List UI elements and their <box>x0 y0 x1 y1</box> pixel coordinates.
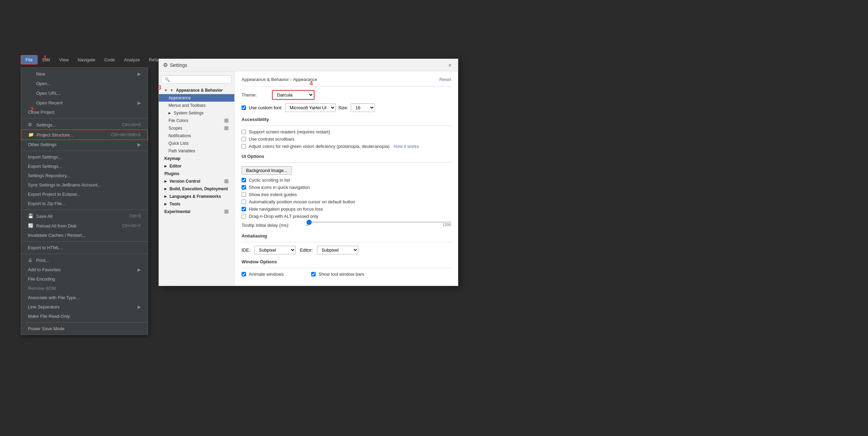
svg-rect-1 <box>224 126 228 130</box>
open-recent-icon <box>28 100 33 105</box>
contrast-scrollbars-label: Use contrast scrollbars <box>249 136 294 142</box>
cyclic-scrolling-row: Cyclic scrolling in list <box>242 178 451 183</box>
menu-open-url[interactable]: Open URL... <box>21 88 148 98</box>
settings-dialog: ⚙ Settings × ▼ Appearance & Behavior App… <box>159 59 458 286</box>
sidebar-item-path-variables[interactable]: Path Variables <box>159 147 234 155</box>
menu-other-settings[interactable]: Other Settings ▶ <box>21 140 148 149</box>
menu-associate-filetype[interactable]: Associate with File Type... <box>21 293 148 302</box>
menu-make-readonly[interactable]: Make File Read-Only <box>21 312 148 321</box>
animate-windows-checkbox[interactable] <box>242 272 246 276</box>
animate-windows-label: Animate windows <box>249 272 284 277</box>
font-size-select[interactable]: 16 12 13 14 18 20 <box>351 103 375 112</box>
annotation-4: 4 <box>309 80 313 87</box>
menu-close-project[interactable]: Close Project <box>21 108 148 117</box>
separator-2 <box>21 151 148 151</box>
sidebar-item-tools[interactable]: ▶ Tools <box>159 200 234 208</box>
menubar-analyze[interactable]: Analyze <box>120 56 144 64</box>
menu-export-zip[interactable]: Export to Zip File... <box>21 199 148 208</box>
menu-save-all[interactable]: 💾 Save All Ctrl+S <box>21 211 148 221</box>
color-adjust-checkbox[interactable] <box>242 144 246 149</box>
contrast-scrollbars-checkbox[interactable] <box>242 137 246 141</box>
annotation-2: 2 <box>30 106 34 113</box>
show-tool-window-label: Show tool window bars <box>318 272 364 277</box>
menu-open-recent[interactable]: Open Recent ▶ <box>21 98 148 108</box>
hide-nav-popups-checkbox[interactable] <box>242 207 246 211</box>
divider-antialiasing <box>242 242 451 242</box>
menu-export-settings[interactable]: Export Settings... <box>21 162 148 171</box>
menubar-file[interactable]: File <box>21 55 38 64</box>
menu-print[interactable]: 🖨 Print... <box>21 255 148 265</box>
sidebar-item-file-colors[interactable]: File Colors <box>159 117 234 124</box>
menu-new[interactable]: New ▶ <box>21 69 148 79</box>
settings-icon-title: ⚙ <box>163 62 168 68</box>
breadcrumb: Appearance & Behavior › Appearance Reset <box>242 77 451 82</box>
font-select[interactable]: Microsoft YaHei UI Arial Consolas <box>285 103 336 112</box>
sidebar-item-system-settings[interactable]: ▶ System Settings <box>159 109 234 117</box>
auto-position-checkbox[interactable] <box>242 200 246 204</box>
theme-select[interactable]: Darcula IntelliJ High contrast Windows 1… <box>273 91 314 99</box>
sidebar-item-build[interactable]: ▶ Build, Execution, Deployment <box>159 185 234 193</box>
menu-line-separators[interactable]: Line Separators ▶ <box>21 302 148 312</box>
tree-indent-label: Show tree indent guides <box>249 192 297 197</box>
sidebar-item-editor[interactable]: ▶ Editor <box>159 162 234 170</box>
close-button[interactable]: × <box>448 62 454 68</box>
theme-row: Theme: Darcula IntelliJ High contrast Wi… <box>242 90 451 100</box>
save-icon: 💾 <box>28 213 33 219</box>
how-it-works-link[interactable]: How it works <box>394 144 419 149</box>
menu-settings-repo[interactable]: Settings Repository... <box>21 171 148 180</box>
settings-sidebar: ▼ Appearance & Behavior Appearance Menus… <box>159 71 235 286</box>
menu-project-structure[interactable]: 📁 Project Structure... Ctrl+Alt+Shift+S <box>21 130 148 140</box>
show-tool-window-checkbox[interactable] <box>311 272 316 276</box>
drag-drop-checkbox[interactable] <box>242 214 246 219</box>
settings-search-input[interactable] <box>162 75 232 84</box>
project-structure-icon: 📁 <box>28 132 34 138</box>
menu-export-html[interactable]: Export to HTML... <box>21 243 148 252</box>
menu-invalidate-caches[interactable]: Invalidate Caches / Restart... <box>21 231 148 240</box>
sidebar-item-version-control[interactable]: ▶ Version Control <box>159 178 234 185</box>
sidebar-item-notifications[interactable]: Notifications <box>159 132 234 140</box>
menubar-navigate[interactable]: Navigate <box>73 56 99 64</box>
menu-export-eclipse[interactable]: Export Project to Eclipse... <box>21 190 148 199</box>
bg-image-button[interactable]: Background Image... <box>242 166 292 175</box>
sidebar-item-plugins[interactable]: Plugins <box>159 170 234 178</box>
menu-reload-disk[interactable]: 🔄 Reload All from Disk Ctrl+Alt+Y <box>21 221 148 231</box>
sidebar-item-keymap[interactable]: Keymap <box>159 155 234 162</box>
file-menu: New ▶ Open... Open URL... Open Recent ▶ … <box>21 67 148 335</box>
menubar-view[interactable]: View <box>55 56 73 64</box>
menu-power-save[interactable]: Power Save Mode <box>21 324 148 333</box>
sidebar-item-quick-lists[interactable]: Quick Lists <box>159 140 234 147</box>
editor-antialiasing-select[interactable]: Subpixel Greyscale None <box>317 246 358 254</box>
sidebar-item-languages[interactable]: ▶ Languages & Frameworks <box>159 193 234 200</box>
sidebar-item-menus-toolbars[interactable]: Menus and Toolbars <box>159 102 234 109</box>
screen-readers-label: Support screen readers (requires restart… <box>249 129 330 134</box>
custom-font-checkbox[interactable] <box>242 105 246 110</box>
cyclic-scrolling-checkbox[interactable] <box>242 178 246 182</box>
sidebar-item-scopes[interactable]: Scopes <box>159 124 234 132</box>
sidebar-item-appearance-behavior[interactable]: ▼ Appearance & Behavior <box>159 87 234 94</box>
ide-label: IDE: <box>242 247 250 253</box>
antialiasing-title: Antialiasing <box>242 233 451 239</box>
separator-4 <box>21 241 148 242</box>
menubar-code[interactable]: Code <box>100 56 119 64</box>
color-adjust-label: Adjust colors for red-green vision defic… <box>249 144 389 149</box>
sidebar-item-experimental[interactable]: Experimental <box>159 208 234 215</box>
separator-6 <box>21 322 148 323</box>
menu-file-encoding[interactable]: File Encoding <box>21 274 148 284</box>
screen-readers-checkbox[interactable] <box>242 130 246 134</box>
menu-import-settings[interactable]: Import Settings... <box>21 152 148 162</box>
custom-font-row: Use custom font: Microsoft YaHei UI Aria… <box>242 103 451 112</box>
drag-drop-row: Drag-n-Drop with ALT pressed only <box>242 214 451 219</box>
menu-add-favorites[interactable]: Add to Favorites ▶ <box>21 265 148 274</box>
menu-open[interactable]: Open... <box>21 79 148 88</box>
drag-drop-label: Drag-n-Drop with ALT pressed only <box>249 214 318 219</box>
separator-5 <box>21 254 148 254</box>
reset-button[interactable]: Reset <box>439 77 451 82</box>
menu-remove-bom[interactable]: Remove BOM <box>21 284 148 293</box>
tree-indent-checkbox[interactable] <box>242 192 246 197</box>
chevron-right-icon: ▶ <box>169 111 171 115</box>
menu-settings[interactable]: ⚙ Settings... Ctrl+Alt+S <box>21 120 148 130</box>
sidebar-item-appearance[interactable]: Appearance <box>159 94 234 102</box>
show-icons-checkbox[interactable] <box>242 185 246 190</box>
ide-antialiasing-select[interactable]: Subpixel Greyscale None <box>254 246 296 254</box>
menu-sync-settings[interactable]: Sync Settings to JetBrains Account... <box>21 180 148 190</box>
